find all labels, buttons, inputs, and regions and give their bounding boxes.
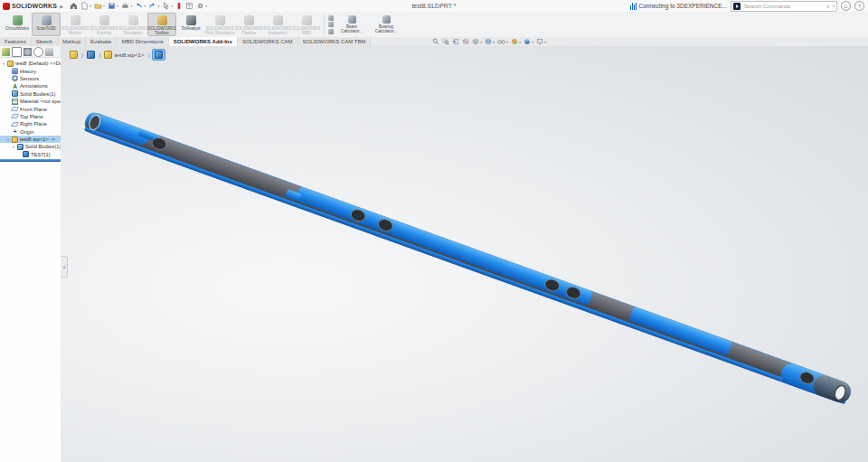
toolbox-cams-icon[interactable] xyxy=(328,29,334,34)
home-button[interactable] xyxy=(69,1,79,11)
display-manager-tab-icon[interactable] xyxy=(45,48,53,56)
print-button[interactable]: ▾ xyxy=(120,1,133,11)
select-button[interactable]: ▾ xyxy=(161,1,174,11)
tree-row-test-body[interactable]: TEST[1] xyxy=(0,151,61,158)
search-input[interactable] xyxy=(742,3,825,10)
tree-row-annotations[interactable]: A Annotations xyxy=(0,82,61,90)
feature-manager-tab-icon[interactable] xyxy=(2,48,10,56)
tab-mbd-dimensions[interactable]: MBD Dimensions xyxy=(117,37,168,46)
breadcrumb-body-chip[interactable] xyxy=(85,50,97,60)
section-view-button[interactable] xyxy=(462,38,469,45)
motion-icon xyxy=(71,15,80,25)
tree-row-child-solid-bodies[interactable]: ▾ Solid Bodies(1) xyxy=(0,143,61,150)
ribbon-button-scanto3d[interactable]: ScanTo3D xyxy=(32,13,61,36)
tree-row-right-plane[interactable]: Right Plane xyxy=(0,120,61,127)
xpress-products-icon xyxy=(175,2,183,10)
zoom-to-fit-button[interactable] xyxy=(432,38,439,45)
ribbon-button-solidworks-toolbox[interactable]: SOLIDWORKSToolbox xyxy=(147,13,176,36)
search-commands-box[interactable]: ⌕ ▾ xyxy=(731,1,837,12)
selected-body-icon xyxy=(155,51,163,59)
feedback-button[interactable]: ☺ xyxy=(841,1,851,11)
help-icon: ? xyxy=(858,4,861,9)
toolbox-mini-buttons[interactable] xyxy=(327,12,335,37)
tree-label: Front Plane xyxy=(20,107,47,112)
tab-solidworks-cam[interactable]: SOLIDWORKS CAM xyxy=(238,37,298,46)
hide-show-items-button[interactable]: ▾ xyxy=(497,38,508,45)
toolbox-structural-steel-icon[interactable] xyxy=(328,15,334,21)
panel-collapse-handle[interactable]: ◂ xyxy=(61,256,68,278)
tab-evaluate[interactable]: Evaluate xyxy=(86,37,117,46)
display-style-button[interactable]: ▾ xyxy=(485,38,495,45)
tree-row-top-plane[interactable]: Top Plane xyxy=(0,113,61,120)
expander-icon[interactable]: ▾ xyxy=(2,61,5,66)
view-settings-button[interactable]: ▾ xyxy=(536,38,546,45)
xpress-products-button[interactable] xyxy=(175,1,184,11)
plane-icon xyxy=(11,122,19,127)
toolbox-grooves-icon[interactable] xyxy=(328,22,334,27)
tab-solidworks-cam-tbm[interactable]: SOLIDWORKS CAM TBM xyxy=(298,37,372,46)
ribbon-separator xyxy=(324,14,325,35)
tab-solidworks-add-ins[interactable]: SOLIDWORKS Add-Ins xyxy=(169,37,238,46)
tab-features[interactable]: Features xyxy=(0,37,32,46)
tree-row-solid-bodies[interactable]: Solid Bodies(1) xyxy=(0,90,61,98)
tree-label: Right Plane xyxy=(20,121,47,127)
beam-calculator-button[interactable]: BeamCalculator... xyxy=(335,13,369,36)
options-button[interactable]: ▾ xyxy=(195,1,208,11)
graphics-viewport[interactable]: ❯ ❯ test8.stp<1> ❯ xyxy=(61,46,868,462)
apply-scene-button[interactable]: ▾ xyxy=(524,38,533,45)
ribbon-button-tolanalyst[interactable]: TolAnalyst xyxy=(176,13,205,36)
tab-markup[interactable]: Markup xyxy=(58,37,86,46)
breadcrumb-part-chip[interactable] xyxy=(68,50,80,60)
tree-row-sensors[interactable]: Sensors xyxy=(0,75,61,82)
routing-icon xyxy=(99,15,109,25)
save-icon xyxy=(108,2,116,10)
breadcrumb-selected-body-chip[interactable] xyxy=(152,49,165,61)
rollback-bar[interactable] xyxy=(0,159,61,162)
tree-row-history[interactable]: History xyxy=(0,67,61,74)
tree-row-origin[interactable]: + Origin xyxy=(0,128,61,136)
breadcrumb-inserted-part-chip[interactable]: test8.stp<1> xyxy=(102,50,146,60)
property-manager-tab-icon[interactable] xyxy=(12,47,22,57)
search-dropdown-caret-icon[interactable]: ▾ xyxy=(833,4,835,8)
redo-button[interactable]: ▾ xyxy=(147,1,160,11)
dimxpert-manager-tab-icon[interactable] xyxy=(33,47,43,57)
tree-row-inserted-part-selected[interactable]: ▾ test8.stp<1> -> xyxy=(0,136,61,143)
ribbon-button-inspection: SOLIDWORKSInspection xyxy=(263,13,292,36)
edit-appearance-button[interactable]: ▾ xyxy=(511,38,521,45)
new-document-button[interactable]: ▾ xyxy=(80,1,92,11)
previous-view-button[interactable] xyxy=(452,38,459,45)
tree-row-material[interactable]: Material <not specified> xyxy=(0,98,61,105)
tree-row-root[interactable]: ▾ test8 (Default) <<Default>_D xyxy=(0,60,61,67)
print-icon xyxy=(121,2,129,10)
manager-tab-strip xyxy=(0,46,61,58)
tree-label: Top Plane xyxy=(20,114,43,119)
logo-flyout-arrow-icon[interactable]: ▶ xyxy=(60,4,63,9)
tab-sketch[interactable]: Sketch xyxy=(32,37,58,46)
undo-button[interactable]: ▾ xyxy=(134,1,146,11)
tree-label: History xyxy=(20,69,36,74)
bearing-calculator-button[interactable]: BearingCalculator... xyxy=(369,13,403,36)
ribbon-button-solidworks-motion: SOLIDWORKSMotion xyxy=(61,13,90,36)
appearance-sphere-icon xyxy=(511,38,518,45)
shaft-model[interactable] xyxy=(61,46,868,462)
search-icon[interactable]: ⌕ xyxy=(826,3,830,9)
expander-icon[interactable]: ▾ xyxy=(6,137,10,142)
mbd-icon xyxy=(302,15,312,25)
heads-up-view-toolbar: ▾ ▾ ▾ ▾ ▾ ▾ xyxy=(432,37,546,46)
title-bar: SOLIDWORKS ▶ ▾ ▾ ▾ ▾ ▾ ▾ ▾ xyxy=(0,0,868,13)
configuration-manager-tab-icon[interactable] xyxy=(24,48,32,56)
save-button[interactable]: ▾ xyxy=(107,1,119,11)
shaft-body[interactable] xyxy=(82,110,854,405)
view-orientation-button[interactable]: ▾ xyxy=(472,38,482,45)
open-button[interactable]: ▾ xyxy=(93,1,106,11)
zoom-to-area-button[interactable] xyxy=(442,38,449,45)
ribbon-button-circuitworks[interactable]: CircuitWorks xyxy=(3,13,32,36)
zoom-to-fit-icon xyxy=(432,38,439,45)
task-pane-button[interactable] xyxy=(184,1,194,11)
tree-row-front-plane[interactable]: Front Plane xyxy=(0,105,61,112)
search-scope-icon[interactable] xyxy=(733,3,741,10)
feature-manager-panel: ▾ test8 (Default) <<Default>_D History S… xyxy=(0,46,61,462)
expander-icon[interactable]: ▾ xyxy=(12,145,15,149)
help-button[interactable]: ? xyxy=(854,1,864,11)
history-icon xyxy=(12,68,18,74)
